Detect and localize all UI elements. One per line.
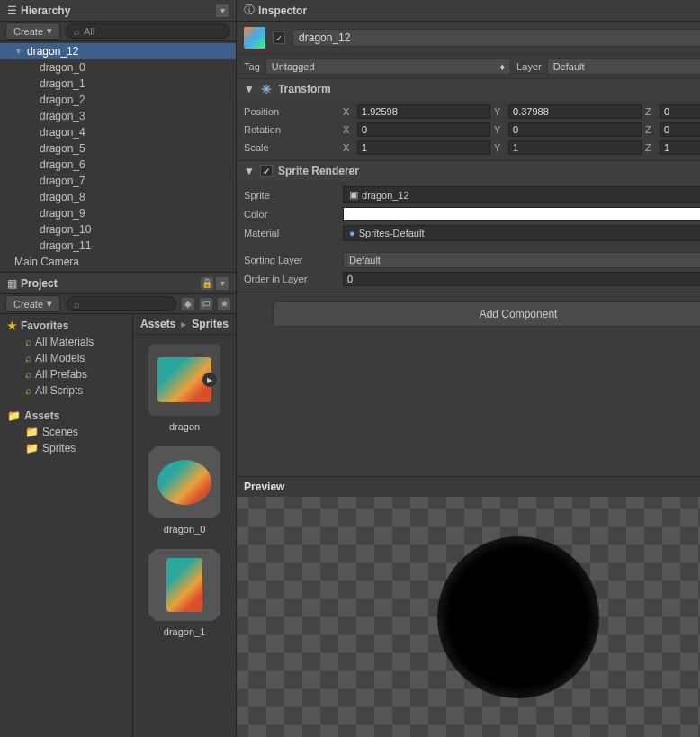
favorite-item[interactable]: ⌕All Models <box>0 350 132 366</box>
position-y-field[interactable] <box>508 104 642 119</box>
hierarchy-item[interactable]: dragon_0 <box>0 59 236 76</box>
gameobject-icon[interactable] <box>244 27 265 49</box>
hierarchy-item[interactable]: dragon_6 <box>0 157 236 173</box>
create-button[interactable]: Create▾ <box>5 295 60 312</box>
hierarchy-item[interactable]: dragon_7 <box>0 173 236 189</box>
preview-sprite <box>437 536 599 698</box>
sprite-icon: ▣ <box>349 189 358 201</box>
scale-x-field[interactable] <box>357 140 490 155</box>
sprite-field[interactable]: ▣dragon_12 <box>343 186 700 203</box>
folder-item[interactable]: 📁Scenes <box>0 424 132 440</box>
inspector-header: ⓘ Inspector 🔒 ▾ <box>237 0 700 22</box>
tag-label: Tag <box>244 61 260 72</box>
project-icon: ▦ <box>7 277 17 290</box>
breadcrumb-separator: ▸ <box>181 318 186 330</box>
panel-menu-icon[interactable]: ▾ <box>216 277 229 290</box>
component-header[interactable]: ▼ ✓ Sprite Renderer 📘 ⚙ <box>237 161 700 181</box>
folder-icon: 📁 <box>25 442 39 454</box>
position-x-field[interactable] <box>357 104 490 119</box>
object-name-field[interactable] <box>292 29 700 47</box>
favorites-group[interactable]: ★ Favorites <box>0 318 132 334</box>
tag-dropdown[interactable]: Untagged♦ <box>265 58 511 75</box>
asset-label: dragon <box>169 421 200 432</box>
component-header[interactable]: ▼ Transform 📘 ⚙ <box>237 79 700 99</box>
assets-group[interactable]: 📁 Assets <box>0 408 132 424</box>
material-field[interactable]: ●Sprites-Default <box>343 225 700 241</box>
inspector-title: Inspector <box>258 4 307 17</box>
rotation-z-field[interactable] <box>660 122 700 137</box>
x-label: X <box>343 106 354 117</box>
preview-body[interactable]: @51CTO博客 <box>237 497 700 737</box>
hierarchy-search[interactable]: ⌕ All <box>66 23 230 39</box>
folder-icon: 📁 <box>25 426 39 438</box>
filter-star-icon[interactable]: ★ <box>218 298 230 310</box>
z-label: Z <box>645 124 656 135</box>
hierarchy-list: ▼ dragon_12 dragon_0 dragon_1 dragon_2 d… <box>0 41 236 272</box>
component-title: Transform <box>278 83 331 95</box>
rotation-x-field[interactable] <box>357 122 490 137</box>
info-icon: ⓘ <box>244 3 255 18</box>
asset-label: dragon_1 <box>164 626 206 637</box>
hierarchy-item[interactable]: dragon_5 <box>0 140 236 157</box>
favorite-item[interactable]: ⌕All Scripts <box>0 382 132 399</box>
sorting-layer-label: Sorting Layer <box>244 255 343 265</box>
filter-label-icon[interactable]: 🏷 <box>200 298 212 310</box>
order-field[interactable] <box>343 272 700 286</box>
create-button[interactable]: Create▾ <box>5 22 60 40</box>
hierarchy-root-item[interactable]: ▼ dragon_12 <box>0 43 236 59</box>
lock-icon[interactable]: 🔒 <box>201 277 213 290</box>
y-label: Y <box>494 106 505 117</box>
hierarchy-item[interactable]: dragon_1 <box>0 76 236 92</box>
component-enabled-checkbox[interactable]: ✓ <box>260 165 273 177</box>
dropdown-arrow-icon: ♦ <box>500 61 506 72</box>
favorite-item[interactable]: ⌕All Prefabs <box>0 366 132 382</box>
favorite-item[interactable]: ⌕All Materials <box>0 334 132 350</box>
asset-thumbnail[interactable] <box>148 446 220 518</box>
add-component-button[interactable]: Add Component <box>273 301 700 327</box>
asset-thumbnail[interactable] <box>148 549 220 621</box>
z-label: Z <box>645 106 656 117</box>
color-field[interactable] <box>343 207 700 221</box>
hierarchy-header: ☰ Hierarchy ▾ <box>0 0 236 22</box>
layer-dropdown[interactable]: Default♦ <box>547 58 700 75</box>
hierarchy-item[interactable]: dragon_4 <box>0 124 236 140</box>
rotation-label: Rotation <box>244 124 343 135</box>
hierarchy-item-camera[interactable]: Main Camera <box>0 254 236 270</box>
hierarchy-item[interactable]: dragon_9 <box>0 205 236 221</box>
panel-menu-icon[interactable]: ▾ <box>216 4 229 17</box>
hierarchy-item[interactable]: dragon_11 <box>0 238 236 254</box>
folder-item[interactable]: 📁Sprites <box>0 440 132 456</box>
asset-item[interactable]: dragon_1 <box>148 549 220 637</box>
breadcrumb-item[interactable]: Sprites <box>192 318 229 330</box>
material-label: Material <box>244 228 343 238</box>
expand-arrow-icon: ▼ <box>244 83 255 95</box>
hierarchy-item[interactable]: dragon_10 <box>0 221 236 238</box>
y-label: Y <box>494 142 505 153</box>
preview-title: Preview <box>237 477 700 497</box>
x-label: X <box>343 124 354 135</box>
scale-y-field[interactable] <box>508 140 642 155</box>
asset-thumbnail[interactable] <box>148 344 220 416</box>
breadcrumb-item[interactable]: Assets <box>140 318 175 330</box>
scale-z-field[interactable] <box>660 140 700 155</box>
search-icon: ⌕ <box>74 26 80 37</box>
component-title: Sprite Renderer <box>278 165 359 177</box>
color-label: Color <box>244 209 343 220</box>
hierarchy-item[interactable]: dragon_2 <box>0 92 236 108</box>
sorting-layer-dropdown[interactable]: Default♦ <box>343 252 700 268</box>
active-checkbox[interactable]: ✓ <box>273 31 285 44</box>
asset-item[interactable]: dragon_0 <box>148 446 220 535</box>
hierarchy-item[interactable]: dragon_8 <box>0 189 236 205</box>
asset-item[interactable]: dragon <box>148 344 220 432</box>
position-z-field[interactable] <box>660 104 700 119</box>
sprite-renderer-component: ▼ ✓ Sprite Renderer 📘 ⚙ Sprite ▣dragon_1… <box>237 161 700 292</box>
sprite-label: Sprite <box>244 190 343 201</box>
order-label: Order in Layer <box>244 274 343 284</box>
project-search[interactable]: ⌕ <box>66 296 176 311</box>
preview-panel: Preview @51CTO博客 <box>237 476 700 737</box>
asset-label: dragon_0 <box>164 524 206 535</box>
expand-arrow-icon[interactable]: ▼ <box>14 47 23 56</box>
rotation-y-field[interactable] <box>508 122 642 137</box>
hierarchy-item[interactable]: dragon_3 <box>0 108 236 124</box>
filter-type-icon[interactable]: ◆ <box>182 298 194 310</box>
